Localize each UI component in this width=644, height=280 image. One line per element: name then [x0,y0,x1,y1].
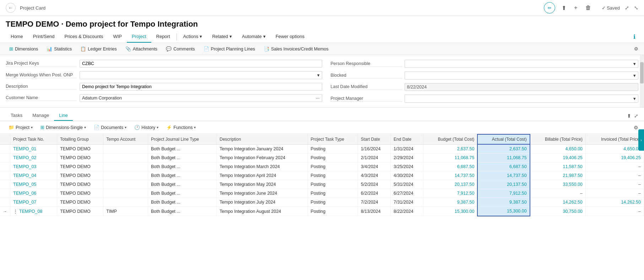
cell-budget[interactable]: 6,687.50 [423,162,478,171]
col-start-date-header[interactable]: Start Date [358,134,390,144]
cell-actual[interactable]: 2,637.50 [477,144,530,154]
cell-budget[interactable]: 7,912.50 [423,189,478,198]
cell-totalling[interactable]: TEMPO DEMO [57,171,103,180]
cell-totalling[interactable]: TEMPO DEMO [57,154,103,162]
cell-task-no[interactable]: TEMPO_05 [10,180,57,189]
cell-account[interactable]: TIMP [103,207,148,216]
cell-line-type[interactable]: Both Budget ... [148,154,217,162]
cell-invoiced[interactable]: – [586,180,644,189]
cell-description[interactable]: Tempo Integration April 2024 [217,171,308,180]
cell-account[interactable] [103,189,148,198]
cell-account[interactable] [103,144,148,154]
cell-totalling[interactable]: TEMPO DEMO [57,144,103,154]
cell-description[interactable]: Tempo Integration August 2024 [217,207,308,216]
tab-home[interactable]: Home [6,31,28,43]
cell-task-type[interactable]: Posting [308,171,358,180]
cell-task-type[interactable]: Posting [308,189,358,198]
cell-description[interactable]: Tempo Integration July 2024 [217,198,308,207]
cell-start-date[interactable]: 4/3/2024 [358,171,390,180]
cell-billable[interactable]: 33,550.00 [530,180,586,189]
cell-invoiced[interactable]: 14,262.50 [586,198,644,207]
cell-line-type[interactable]: Both Budget ... [148,144,217,154]
share-button[interactable]: ⬆ [560,3,568,13]
dimensions-single-button[interactable]: ⊞ Dimensions-Single ▾ [38,123,89,131]
cell-end-date[interactable]: 1/31/2024 [391,144,423,154]
cell-billable[interactable]: 30,750.00 [530,207,586,216]
cell-start-date[interactable]: 5/2/2024 [358,180,390,189]
cell-line-type[interactable]: Both Budget ... [148,180,217,189]
subtab-settings-icon[interactable]: ⚙ [634,46,638,52]
cell-account[interactable] [103,162,148,171]
col-task-no-header[interactable]: Project Task No. [10,134,57,144]
cell-totalling[interactable]: TEMPO DEMO [57,162,103,171]
cell-description[interactable]: Tempo Integration June 2024 [217,189,308,198]
documents-button[interactable]: 📄 Documents ▾ [91,123,129,131]
subtab-comments[interactable]: 💬 Comments [162,44,198,53]
tab-project[interactable]: Project [127,31,151,43]
merge-worklogs-select[interactable]: ▾ [80,71,322,79]
col-line-type-header[interactable]: Project Journal Line Type [148,134,217,144]
cell-task-no[interactable]: TEMPO_04 [10,171,57,180]
subtab-dimensions[interactable]: ⊞ Dimensions [6,44,42,53]
cell-start-date[interactable]: 2/1/2024 [358,154,390,162]
tab-manage[interactable]: Manage [27,111,54,121]
col-invoiced-header[interactable]: Invoiced (Total Price) [586,134,644,144]
tab-tasks[interactable]: Tasks [6,111,27,121]
section-share-icon[interactable]: ⬆ [627,113,631,119]
cell-start-date[interactable]: 7/2/2024 [358,198,390,207]
cell-line-type[interactable]: Both Budget ... [148,162,217,171]
cell-invoiced[interactable]: – [586,207,644,216]
col-actual-header[interactable]: Actual (Total Cost) [477,134,530,144]
cell-task-no[interactable]: TEMPO_02 [10,154,57,162]
cell-start-date[interactable]: 6/2/2024 [358,189,390,198]
cell-end-date[interactable]: 6/27/2024 [391,189,423,198]
cell-actual[interactable]: 9,387.50 [477,198,530,207]
col-task-type-header[interactable]: Project Task Type [308,134,358,144]
blocked-select[interactable]: ▾ [405,71,639,80]
cell-invoiced[interactable]: 4,650.00 [586,144,644,154]
person-responsible-select[interactable]: ▾ [405,60,639,68]
cell-budget[interactable]: 9,387.50 [423,198,478,207]
subtab-ledger-entries[interactable]: 📋 Ledger Entries [77,44,120,53]
table-row[interactable]: TEMPO_01TEMPO DEMOBoth Budget ...Tempo I… [0,144,644,154]
tab-fewer-options[interactable]: Fewer options [271,31,310,43]
description-input[interactable] [80,83,322,91]
cell-task-type[interactable]: Posting [308,207,358,216]
cell-budget[interactable]: 2,637.50 [423,144,478,154]
cell-description[interactable]: Tempo Integration February 2024 [217,154,308,162]
tab-actions[interactable]: Actions ▾ [178,31,207,43]
cell-end-date[interactable]: 7/31/2024 [391,198,423,207]
cell-end-date[interactable]: 5/31/2024 [391,180,423,189]
cell-actual[interactable]: 6,687.50 [477,162,530,171]
project-button[interactable]: 📁 Project ▾ [6,123,36,131]
jira-project-keys-input[interactable] [80,60,322,68]
subtab-sales-invoices[interactable]: 📑 Sales Invoices/Credit Memos [260,44,332,53]
col-description-header[interactable]: Description [217,134,308,144]
add-button[interactable]: + [573,3,579,12]
subtab-project-planning-lines[interactable]: 📄 Project Planning Lines [200,44,259,53]
cell-actual[interactable]: 7,912.50 [477,189,530,198]
cell-invoiced[interactable]: – [586,162,644,171]
info-button[interactable]: ℹ [631,31,638,42]
cell-start-date[interactable]: 3/4/2024 [358,162,390,171]
cell-billable[interactable]: 19,406.25 [530,154,586,162]
table-row[interactable]: →⋮TEMPO_08TEMPO DEMOTIMPBoth Budget ...T… [0,207,644,216]
table-row[interactable]: TEMPO_05TEMPO DEMOBoth Budget ...Tempo I… [0,180,644,189]
delete-button[interactable]: 🗑 [584,3,592,12]
edit-button[interactable]: ✏ [544,2,555,14]
cell-end-date[interactable]: 8/22/2024 [391,207,423,216]
functions-button[interactable]: ⚡ Functions ▾ [163,123,199,131]
collapse-button[interactable]: ⤡ [634,5,638,11]
cell-description[interactable]: Tempo Integration March 2024 [217,162,308,171]
vertical-scrollbar[interactable] [640,55,644,107]
three-dots-button[interactable]: ⋮ [13,209,18,214]
section-expand-icon[interactable]: ⤢ [634,113,638,119]
tab-automate[interactable]: Automate ▾ [237,31,271,43]
cell-end-date[interactable]: 2/29/2024 [391,154,423,162]
subtab-attachments[interactable]: 📎 Attachments [122,44,161,53]
cell-budget[interactable]: 14,737.50 [423,171,478,180]
cell-actual[interactable]: 14,737.50 [477,171,530,180]
cell-actual[interactable]: 15,300.00 [477,207,530,216]
cell-totalling[interactable]: TEMPO DEMO [57,198,103,207]
tab-line[interactable]: Line [54,111,73,121]
